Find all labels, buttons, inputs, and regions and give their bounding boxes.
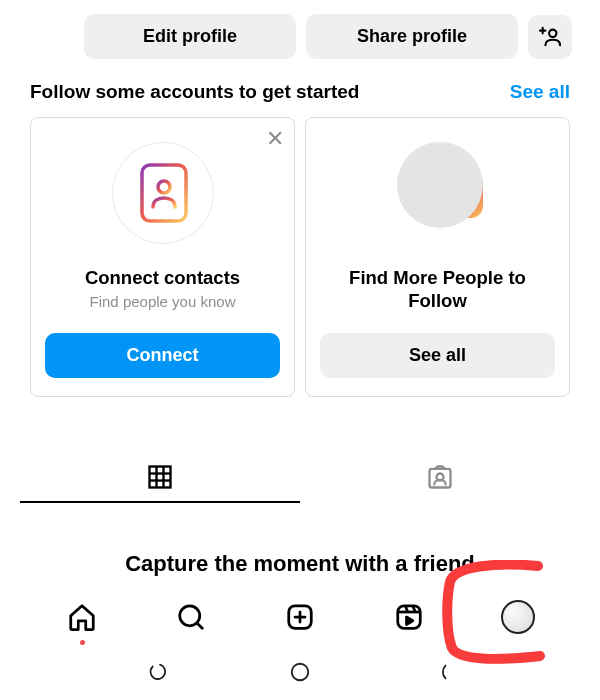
nav-home[interactable] [58,593,106,641]
reels-icon [394,602,424,632]
nav-search[interactable] [167,593,215,641]
empty-state-caption: Capture the moment with a friend [0,551,600,577]
card-subtitle: Find people you know [90,293,236,310]
nav-create[interactable] [276,593,324,641]
svg-rect-8 [150,467,171,488]
svg-rect-13 [430,469,451,488]
sys-home-icon [289,661,311,683]
profile-avatar-icon [501,600,535,634]
sys-recent-button[interactable] [149,661,171,687]
tab-grid[interactable] [20,453,300,503]
see-all-link[interactable]: See all [510,81,570,103]
tagged-person-icon [426,463,454,491]
nav-reels[interactable] [385,593,433,641]
svg-line-16 [197,623,202,628]
share-profile-button[interactable]: Share profile [306,14,518,59]
card-title: Find More People to Follow [320,266,555,312]
svg-point-2 [549,29,556,36]
tab-tagged[interactable] [300,453,580,503]
sys-home-button[interactable] [289,661,311,687]
find-more-people-card: Find More People to Follow See all [305,117,570,397]
see-all-button[interactable]: See all [320,333,555,378]
avatar-placeholder-icon [397,142,483,228]
discover-people-button[interactable] [528,15,572,59]
card-title: Connect contacts [85,266,240,289]
home-icon [67,602,97,632]
connect-button[interactable]: Connect [45,333,280,378]
svg-point-24 [292,664,309,681]
connect-contacts-card: ✕ Connect contacts Find people you [30,117,295,397]
create-post-icon [285,602,315,632]
edit-profile-button[interactable]: Edit profile [84,14,296,59]
notification-dot-icon [80,640,85,645]
sys-back-button[interactable] [429,661,451,687]
back-icon [429,661,451,683]
add-person-icon [539,26,561,48]
recent-apps-icon [149,661,171,683]
search-icon [176,602,206,632]
nav-profile[interactable] [494,593,542,641]
svg-point-7 [158,181,170,193]
contacts-book-icon [112,142,214,244]
section-title: Follow some accounts to get started [30,81,359,103]
grid-icon [146,463,174,491]
close-icon[interactable]: ✕ [266,128,284,150]
